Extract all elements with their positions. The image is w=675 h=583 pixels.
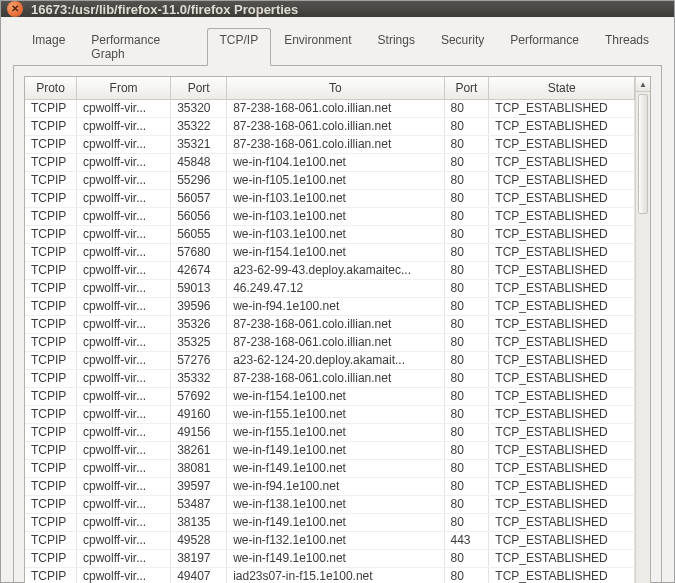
tab-strings[interactable]: Strings: [365, 28, 428, 66]
cell-to: we-in-f103.1e100.net: [227, 208, 444, 226]
table-row[interactable]: TCPIPcpwolff-vir...3532687-238-168-061.c…: [25, 316, 635, 334]
cell-port2: 80: [444, 496, 489, 514]
table-row[interactable]: TCPIPcpwolff-vir...3532087-238-168-061.c…: [25, 100, 635, 118]
col-header[interactable]: From: [77, 77, 171, 100]
col-header[interactable]: Proto: [25, 77, 77, 100]
table-row[interactable]: TCPIPcpwolff-vir...3532287-238-168-061.c…: [25, 118, 635, 136]
col-header[interactable]: State: [489, 77, 635, 100]
cell-state: TCP_ESTABLISHED: [489, 352, 635, 370]
cell-proto: TCPIP: [25, 514, 77, 532]
cell-state: TCP_ESTABLISHED: [489, 172, 635, 190]
scroll-track[interactable]: [636, 92, 650, 583]
cell-state: TCP_ESTABLISHED: [489, 514, 635, 532]
table-row[interactable]: TCPIPcpwolff-vir...38135we-in-f149.1e100…: [25, 514, 635, 532]
cell-port2: 80: [444, 334, 489, 352]
table-row[interactable]: TCPIPcpwolff-vir...49528we-in-f132.1e100…: [25, 532, 635, 550]
tab-performance-graph[interactable]: Performance Graph: [78, 28, 206, 66]
table-row[interactable]: TCPIPcpwolff-vir...57680we-in-f154.1e100…: [25, 244, 635, 262]
cell-state: TCP_ESTABLISHED: [489, 478, 635, 496]
cell-state: TCP_ESTABLISHED: [489, 334, 635, 352]
vertical-scrollbar[interactable]: ▲ ▼: [635, 77, 650, 583]
table-row[interactable]: TCPIPcpwolff-vir...49156we-in-f155.1e100…: [25, 424, 635, 442]
cell-port1: 38197: [171, 550, 227, 568]
col-header[interactable]: To: [227, 77, 444, 100]
cell-port1: 38135: [171, 514, 227, 532]
tab-tcp-ip[interactable]: TCP/IP: [207, 28, 272, 66]
cell-port2: 80: [444, 118, 489, 136]
table-row[interactable]: TCPIPcpwolff-vir...57692we-in-f154.1e100…: [25, 388, 635, 406]
cell-proto: TCPIP: [25, 568, 77, 584]
cell-port1: 56057: [171, 190, 227, 208]
cell-from: cpwolff-vir...: [77, 478, 171, 496]
cell-port1: 49160: [171, 406, 227, 424]
tab-performance[interactable]: Performance: [497, 28, 592, 66]
cell-state: TCP_ESTABLISHED: [489, 244, 635, 262]
cell-to: we-in-f154.1e100.net: [227, 244, 444, 262]
scroll-up-icon[interactable]: ▲: [636, 77, 650, 92]
cell-proto: TCPIP: [25, 442, 77, 460]
cell-to: 87-238-168-061.colo.illian.net: [227, 316, 444, 334]
table-row[interactable]: TCPIPcpwolff-vir...42674a23-62-99-43.dep…: [25, 262, 635, 280]
table-row[interactable]: TCPIPcpwolff-vir...56057we-in-f103.1e100…: [25, 190, 635, 208]
table-row[interactable]: TCPIPcpwolff-vir...39596we-in-f94.1e100.…: [25, 298, 635, 316]
cell-proto: TCPIP: [25, 424, 77, 442]
table-row[interactable]: TCPIPcpwolff-vir...57276a23-62-124-20.de…: [25, 352, 635, 370]
table-row[interactable]: TCPIPcpwolff-vir...38081we-in-f149.1e100…: [25, 460, 635, 478]
table-row[interactable]: TCPIPcpwolff-vir...38197we-in-f149.1e100…: [25, 550, 635, 568]
cell-state: TCP_ESTABLISHED: [489, 190, 635, 208]
tab-security[interactable]: Security: [428, 28, 497, 66]
cell-to: we-in-f105.1e100.net: [227, 172, 444, 190]
table-row[interactable]: TCPIPcpwolff-vir...53487we-in-f138.1e100…: [25, 496, 635, 514]
tab-image[interactable]: Image: [19, 28, 78, 66]
cell-port2: 80: [444, 244, 489, 262]
tabstrip: ImagePerformance GraphTCP/IPEnvironmentS…: [13, 27, 662, 66]
cell-to: we-in-f94.1e100.net: [227, 298, 444, 316]
cell-state: TCP_ESTABLISHED: [489, 154, 635, 172]
cell-port1: 38081: [171, 460, 227, 478]
cell-port1: 35321: [171, 136, 227, 154]
cell-state: TCP_ESTABLISHED: [489, 298, 635, 316]
cell-port1: 49156: [171, 424, 227, 442]
table-scrollarea[interactable]: ProtoFromPortToPortState TCPIPcpwolff-vi…: [25, 77, 635, 583]
table-row[interactable]: TCPIPcpwolff-vir...55296we-in-f105.1e100…: [25, 172, 635, 190]
cell-to: a23-62-124-20.deploy.akamait...: [227, 352, 444, 370]
tab-environment[interactable]: Environment: [271, 28, 364, 66]
cell-state: TCP_ESTABLISHED: [489, 100, 635, 118]
table-row[interactable]: TCPIPcpwolff-vir...5901346.249.47.1280TC…: [25, 280, 635, 298]
cell-port1: 38261: [171, 442, 227, 460]
table-row[interactable]: TCPIPcpwolff-vir...3532187-238-168-061.c…: [25, 136, 635, 154]
cell-proto: TCPIP: [25, 316, 77, 334]
cell-from: cpwolff-vir...: [77, 496, 171, 514]
table-row[interactable]: TCPIPcpwolff-vir...3532587-238-168-061.c…: [25, 334, 635, 352]
cell-port2: 80: [444, 298, 489, 316]
cell-to: we-in-f103.1e100.net: [227, 190, 444, 208]
col-header[interactable]: Port: [171, 77, 227, 100]
cell-proto: TCPIP: [25, 496, 77, 514]
scroll-thumb[interactable]: [638, 94, 648, 214]
cell-port2: 80: [444, 406, 489, 424]
cell-proto: TCPIP: [25, 190, 77, 208]
table-row[interactable]: TCPIPcpwolff-vir...56055we-in-f103.1e100…: [25, 226, 635, 244]
cell-from: cpwolff-vir...: [77, 100, 171, 118]
table-row[interactable]: TCPIPcpwolff-vir...38261we-in-f149.1e100…: [25, 442, 635, 460]
cell-state: TCP_ESTABLISHED: [489, 226, 635, 244]
cell-port1: 56056: [171, 208, 227, 226]
col-header[interactable]: Port: [444, 77, 489, 100]
table-row[interactable]: TCPIPcpwolff-vir...39597we-in-f94.1e100.…: [25, 478, 635, 496]
cell-to: we-in-f94.1e100.net: [227, 478, 444, 496]
table-row[interactable]: TCPIPcpwolff-vir...45848we-in-f104.1e100…: [25, 154, 635, 172]
table-row[interactable]: TCPIPcpwolff-vir...49160we-in-f155.1e100…: [25, 406, 635, 424]
cell-state: TCP_ESTABLISHED: [489, 262, 635, 280]
table-row[interactable]: TCPIPcpwolff-vir...49407iad23s07-in-f15.…: [25, 568, 635, 584]
cell-from: cpwolff-vir...: [77, 388, 171, 406]
cell-proto: TCPIP: [25, 298, 77, 316]
cell-proto: TCPIP: [25, 226, 77, 244]
table-row[interactable]: TCPIPcpwolff-vir...3533287-238-168-061.c…: [25, 370, 635, 388]
table-body: TCPIPcpwolff-vir...3532087-238-168-061.c…: [25, 100, 635, 584]
cell-proto: TCPIP: [25, 136, 77, 154]
cell-from: cpwolff-vir...: [77, 334, 171, 352]
tab-threads[interactable]: Threads: [592, 28, 662, 66]
cell-from: cpwolff-vir...: [77, 352, 171, 370]
table-row[interactable]: TCPIPcpwolff-vir...56056we-in-f103.1e100…: [25, 208, 635, 226]
close-icon[interactable]: ✕: [7, 1, 23, 17]
